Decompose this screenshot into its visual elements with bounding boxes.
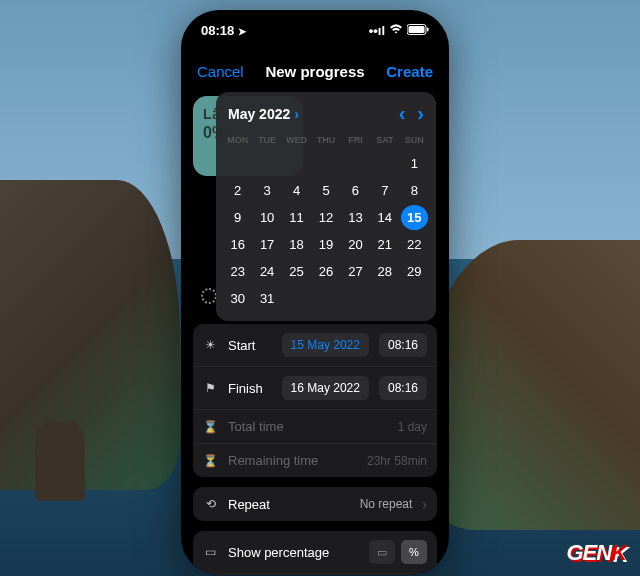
calendar-day[interactable]: 16 <box>224 232 251 257</box>
remaining-time-label: Remaining time <box>228 453 357 468</box>
calendar-day[interactable]: 13 <box>342 205 369 230</box>
calendar-day[interactable]: 19 <box>312 232 339 257</box>
show-percentage-label: Show percentage <box>228 545 359 560</box>
calendar-day[interactable]: 8 <box>401 178 428 203</box>
page-title: New progress <box>265 63 364 80</box>
wifi-icon <box>389 23 403 38</box>
color-wheel-icon <box>201 288 217 304</box>
calendar-day[interactable]: 28 <box>371 259 398 284</box>
start-time-button[interactable]: 08:16 <box>379 333 427 357</box>
chevron-right-icon: › <box>422 496 427 512</box>
calendar-day[interactable]: 26 <box>312 259 339 284</box>
repeat-value: No repeat <box>360 497 413 511</box>
calendar-day[interactable]: 7 <box>371 178 398 203</box>
calendar-day[interactable]: 2 <box>224 178 251 203</box>
time-section: ☀ Start 15 May 2022 08:16 ⚑ Finish 16 Ma… <box>193 324 437 477</box>
nav-bar: Cancel New progress Create <box>181 50 449 92</box>
calendar-grid: MONTUEWEDTHUFRISATSUN0000001234567891011… <box>224 131 428 311</box>
calendar-day[interactable]: 9 <box>224 205 251 230</box>
calendar-day[interactable]: 12 <box>312 205 339 230</box>
finish-row: ⚑ Finish 16 May 2022 08:16 <box>193 366 437 409</box>
display-bar-button[interactable]: ▭ <box>369 540 395 564</box>
watermark-logo: GENK <box>566 540 626 566</box>
finish-time-button[interactable]: 08:16 <box>379 376 427 400</box>
calendar-day[interactable]: 23 <box>224 259 251 284</box>
calendar-day[interactable]: 25 <box>283 259 310 284</box>
calendar-day[interactable]: 31 <box>253 286 280 311</box>
create-button[interactable]: Create <box>386 63 433 80</box>
calendar-next-button[interactable]: › <box>417 102 424 125</box>
start-label: Start <box>228 338 272 353</box>
calendar-day[interactable]: 15 <box>401 205 428 230</box>
status-indicators: ••ıl <box>369 23 429 38</box>
calendar-day[interactable]: 5 <box>312 178 339 203</box>
calendar-day[interactable]: 4 <box>283 178 310 203</box>
repeat-section: ⟲ Repeat No repeat › <box>193 487 437 521</box>
status-bar: 08:18 ➤ ••ıl <box>181 10 449 50</box>
total-time-label: Total time <box>228 419 388 434</box>
calendar-popover: May 2022 ‹ › MONTUEWEDTHUFRISATSUN000000… <box>216 92 436 321</box>
calendar-day[interactable]: 30 <box>224 286 251 311</box>
calendar-day[interactable]: 20 <box>342 232 369 257</box>
hourglass-icon: ⌛ <box>203 420 218 434</box>
calendar-day[interactable]: 22 <box>401 232 428 257</box>
calendar-day[interactable]: 18 <box>283 232 310 257</box>
signal-icon: ••ıl <box>369 23 385 38</box>
calendar-day[interactable]: 1 <box>401 151 428 176</box>
repeat-row[interactable]: ⟲ Repeat No repeat › <box>193 487 437 521</box>
location-icon: ➤ <box>238 26 246 37</box>
sun-icon: ☀ <box>203 338 218 352</box>
calendar-day[interactable]: 10 <box>253 205 280 230</box>
calendar-day[interactable]: 14 <box>371 205 398 230</box>
calendar-dow: MON <box>224 131 251 149</box>
calendar-dow: WED <box>283 131 310 149</box>
flag-icon: ⚑ <box>203 381 218 395</box>
repeat-label: Repeat <box>228 497 350 512</box>
display-percent-button[interactable]: % <box>401 540 427 564</box>
calendar-day[interactable]: 11 <box>283 205 310 230</box>
calendar-day[interactable]: 27 <box>342 259 369 284</box>
calendar-dow: SAT <box>371 131 398 149</box>
count-up-row: ⇅ Count up ↓ ↑ <box>193 573 437 575</box>
calendar-month-picker[interactable]: May 2022 <box>228 106 299 122</box>
calendar-day[interactable]: 29 <box>401 259 428 284</box>
calendar-dow: SUN <box>401 131 428 149</box>
cancel-button[interactable]: Cancel <box>197 63 244 80</box>
phone-frame: 08:18 ➤ ••ıl Cancel New progress Create … <box>181 10 449 575</box>
remaining-time-value: 23hr 58min <box>367 454 427 468</box>
total-time-value: 1 day <box>398 420 427 434</box>
finish-date-button[interactable]: 16 May 2022 <box>282 376 369 400</box>
svg-rect-1 <box>409 26 425 33</box>
calendar-dow: THU <box>312 131 339 149</box>
status-time: 08:18 ➤ <box>201 23 246 38</box>
calendar-dow: FRI <box>342 131 369 149</box>
calendar-day[interactable]: 21 <box>371 232 398 257</box>
start-date-button[interactable]: 15 May 2022 <box>282 333 369 357</box>
calendar-dow: TUE <box>253 131 280 149</box>
show-percentage-row: ▭ Show percentage ▭ % <box>193 531 437 573</box>
hourglass-flow-icon: ⏳ <box>203 454 218 468</box>
calendar-day[interactable]: 24 <box>253 259 280 284</box>
calendar-day[interactable]: 17 <box>253 232 280 257</box>
display-section: ▭ Show percentage ▭ % ⇅ Count up ↓ ↑ <box>193 531 437 575</box>
start-row: ☀ Start 15 May 2022 08:16 <box>193 324 437 366</box>
remaining-time-row: ⏳ Remaining time 23hr 58min <box>193 443 437 477</box>
battery-icon <box>407 23 429 38</box>
total-time-row: ⌛ Total time 1 day <box>193 409 437 443</box>
finish-label: Finish <box>228 381 272 396</box>
calendar-prev-button[interactable]: ‹ <box>399 102 406 125</box>
calendar-day[interactable]: 3 <box>253 178 280 203</box>
svg-rect-2 <box>427 27 429 31</box>
calendar-day[interactable]: 6 <box>342 178 369 203</box>
repeat-icon: ⟲ <box>203 497 218 511</box>
progress-icon: ▭ <box>203 545 218 559</box>
